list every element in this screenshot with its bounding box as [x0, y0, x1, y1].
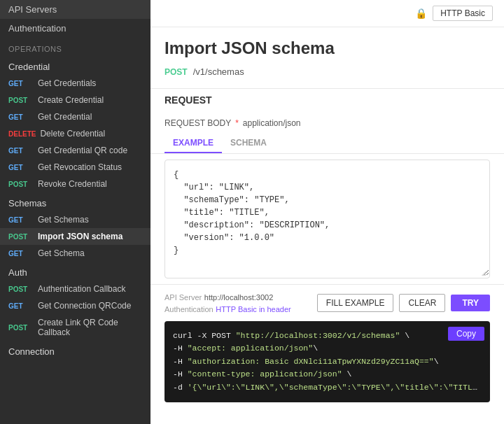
curl-bs4: \ [342, 369, 352, 379]
curl-flag4: -d [173, 383, 188, 392]
method-badge: GET [8, 113, 34, 121]
action-buttons: FILL EXAMPLE CLEAR TRY [317, 294, 490, 312]
required-star: * [235, 118, 239, 128]
curl-flag3: -H [173, 369, 188, 379]
page-title: Import JSON schema [150, 27, 504, 64]
curl-line-4: -H "content-type: application/json" \ [173, 368, 482, 381]
sidebar-item-get-credentials[interactable]: GET Get Credentials [0, 75, 150, 92]
sidebar-item-get-credential-qr[interactable]: GET Get Credential QR code [0, 142, 150, 159]
operations-label: OPERATIONS [0, 38, 150, 56]
sidebar-item-label: Get Connection QRCode [38, 301, 131, 311]
curl-line-5: -d '{\"url\":\"LINK\",\"schemaType\":\"T… [173, 381, 482, 394]
method-badge: GET [8, 250, 34, 257]
request-tabs: EXAMPLE SCHEMA [150, 128, 504, 154]
sidebar-item-get-credential[interactable]: GET Get Credential [0, 108, 150, 125]
api-server-info: API Server http://localhost:3002 Authent… [164, 292, 291, 314]
endpoint-line: POST /v1/schemas [150, 64, 504, 88]
sidebar-item-authentication[interactable]: Authentication [0, 19, 150, 38]
resize-handle: ⊿ [481, 269, 488, 276]
curl-cmd: curl -X POST [173, 331, 236, 340]
sidebar-item-label: Get Schema [38, 248, 85, 258]
clear-button[interactable]: CLEAR [399, 294, 445, 312]
tab-example[interactable]: EXAMPLE [164, 134, 222, 153]
method-badge: POST [8, 181, 34, 188]
top-bar: 🔒 HTTP Basic [150, 0, 504, 27]
method-badge: DELETE [8, 130, 36, 138]
method-badge: GET [8, 216, 34, 224]
sidebar-item-create-credential[interactable]: POST Create Credential [0, 92, 150, 108]
request-body-label: REQUEST BODY * application/json [150, 111, 504, 128]
curl-line-2: -H "accept: application/json"\ [173, 342, 482, 355]
curl-flag: -H [173, 344, 188, 353]
sidebar-item-import-json-schema[interactable]: POST Import JSON schema [0, 228, 150, 245]
copy-button[interactable]: Copy [448, 327, 484, 341]
sidebar-item-create-link-qr[interactable]: POST Create Link QR Code Callback [0, 314, 150, 341]
curl-line-3: -H "authorization: Basic dXNlci11aTpwYXN… [173, 355, 482, 368]
curl-line-1: curl -X POST "http://localhost:3002/v1/s… [173, 330, 482, 342]
curl-auth: "authorization: Basic dXNlci11aTpwYXNzd2… [188, 357, 434, 366]
sidebar-item-label: Get Revocation Status [38, 162, 122, 172]
sidebar-item-delete-credential[interactable]: DELETE Delete Credential [0, 125, 150, 142]
method-badge: POST [8, 97, 34, 104]
endpoint-path: /v1/schemas [193, 66, 244, 77]
lock-icon: 🔒 [415, 8, 427, 19]
sidebar-item-label: Import JSON schema [38, 232, 122, 241]
curl-accept: "accept: application/json" [188, 344, 313, 353]
sidebar-item-label: Get Credential [38, 112, 92, 122]
method-badge: POST [8, 285, 34, 293]
sidebar-item-revoke-credential[interactable]: POST Revoke Credential [0, 176, 150, 192]
sidebar-item-label: Get Schemas [38, 215, 89, 225]
curl-data: '{\"url\":\"LINK\",\"schemaType\":\"TYPE… [188, 383, 482, 392]
request-body-input[interactable]: { "url": "LINK", "schemaType": "TYPE", "… [165, 160, 489, 276]
sidebar-item-label: Get Credentials [38, 78, 96, 88]
curl-flag2: -H [173, 357, 188, 366]
request-section-header: REQUEST [150, 88, 504, 111]
tab-schema[interactable]: SCHEMA [222, 134, 275, 153]
method-badge: GET [8, 80, 34, 87]
group-credential: Credential [0, 56, 150, 75]
group-schemas: Schemas [0, 192, 150, 211]
auth-line: Authentication HTTP Basic in header [164, 304, 291, 314]
body-label-text: REQUEST BODY [164, 118, 231, 128]
sidebar-item-label: Delete Credential [40, 129, 105, 139]
method-badge: POST [8, 233, 34, 241]
sidebar-item-label: Revoke Credential [38, 179, 107, 189]
curl-bs2: \ [313, 344, 318, 353]
api-server-row: API Server http://localhost:3002 Authent… [150, 284, 504, 321]
curl-output: Copy curl -X POST "http://localhost:3002… [164, 321, 490, 402]
method-badge: GET [8, 302, 34, 310]
auth-label: Authentication [164, 305, 214, 313]
http-basic-button[interactable]: HTTP Basic [433, 6, 493, 21]
try-button[interactable]: TRY [451, 295, 490, 311]
code-area-wrapper: { "url": "LINK", "schemaType": "TYPE", "… [164, 160, 490, 278]
curl-backslash: \ [400, 331, 410, 340]
api-server-label: API Server [164, 293, 202, 302]
sidebar-item-label: Create Credential [38, 95, 104, 105]
curl-ct: "content-type: application/json" [188, 369, 342, 379]
sidebar-item-label: Get Credential QR code [38, 146, 127, 155]
sidebar-item-auth-callback[interactable]: POST Authentication Callback [0, 281, 150, 297]
endpoint-method: POST [164, 67, 188, 77]
sidebar-item-api-servers[interactable]: API Servers [0, 0, 150, 19]
api-server-line: API Server http://localhost:3002 [164, 292, 291, 302]
sidebar: API Servers Authentication OPERATIONS Cr… [0, 0, 150, 424]
sidebar-item-get-schema[interactable]: GET Get Schema [0, 245, 150, 262]
curl-bs3: \ [434, 357, 439, 366]
group-auth: Auth [0, 262, 150, 281]
sidebar-item-get-revocation-status[interactable]: GET Get Revocation Status [0, 159, 150, 176]
main-content: 🔒 HTTP Basic Import JSON schema POST /v1… [150, 0, 504, 424]
method-badge: POST [8, 324, 34, 332]
sidebar-item-label: Authentication Callback [38, 284, 125, 294]
group-connection: Connection [0, 341, 150, 360]
fill-example-button[interactable]: FILL EXAMPLE [317, 294, 394, 312]
auth-value-text[interactable]: HTTP Basic in header [216, 305, 290, 313]
sidebar-item-get-schemas[interactable]: GET Get Schemas [0, 211, 150, 228]
method-badge: GET [8, 164, 34, 171]
sidebar-item-get-connection-qrcode[interactable]: GET Get Connection QRCode [0, 297, 150, 314]
content-type: application/json [243, 118, 301, 128]
sidebar-item-label: Create Link QR Code Callback [38, 318, 142, 337]
api-server-url-value: http://localhost:3002 [204, 293, 273, 302]
method-badge: GET [8, 147, 34, 155]
curl-url: "http://localhost:3002/v1/schemas" [236, 331, 400, 340]
